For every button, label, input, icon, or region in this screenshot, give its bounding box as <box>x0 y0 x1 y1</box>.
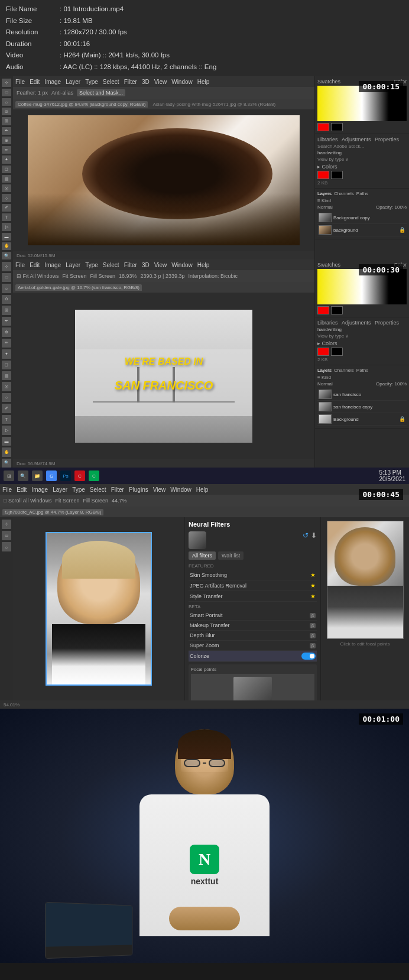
tool-blur[interactable]: ◎ <box>2 184 11 192</box>
tool2-zoom[interactable]: 🔍 <box>2 459 11 468</box>
menu3-filter[interactable]: Filter <box>111 486 124 493</box>
menu3-image[interactable]: Image <box>31 486 48 493</box>
menu-layer[interactable]: Layer <box>66 79 80 85</box>
menu2-image[interactable]: Image <box>44 262 61 268</box>
tool2-move[interactable]: ⊹ <box>2 262 11 271</box>
tab-golden-gate[interactable]: Aerial-of-golden-gate.jpg @ 16.7% (san f… <box>15 284 142 291</box>
channels-tab-2[interactable]: Channels <box>334 368 354 373</box>
tool2-erase[interactable]: ◻ <box>2 361 11 369</box>
filter-jpeg-artifacts[interactable]: JPEG Artifacts Removal ★ <box>189 580 317 591</box>
taskbar2-windows[interactable]: ⊞ <box>4 470 14 481</box>
menu-help[interactable]: Help <box>197 79 210 85</box>
ps-canvas-3[interactable] <box>13 517 184 700</box>
menu3-help[interactable]: Help <box>196 486 209 493</box>
tool3-select[interactable]: ▭ <box>2 531 11 540</box>
tool2-eye[interactable]: ✒ <box>2 317 11 326</box>
tool-magic-wand[interactable]: ⊙ <box>2 108 11 115</box>
menu3-layer[interactable]: Layer <box>53 486 67 493</box>
filter-smart-portrait[interactable]: Smart Portrait β <box>189 611 317 621</box>
tab-asian-lady[interactable]: Asian-lady-posing-with-mug-526471.jpg @ … <box>150 101 278 108</box>
menu-file[interactable]: File <box>15 79 25 85</box>
swatch-black-2[interactable] <box>331 306 343 314</box>
colorize-toggle[interactable] <box>301 653 316 660</box>
menu3-type[interactable]: Type <box>72 486 85 493</box>
tool2-magic[interactable]: ⊙ <box>2 295 11 304</box>
layers-tab-2[interactable]: Layers <box>317 368 332 373</box>
filter-super-zoom[interactable]: Super Zoom β <box>189 641 317 651</box>
filter-colorize[interactable]: Colorize <box>189 651 317 662</box>
filter-depth-blur[interactable]: Depth Blur β <box>189 631 317 641</box>
nf-tab-all[interactable]: All filters <box>189 551 216 560</box>
paths-tab-2[interactable]: Paths <box>356 368 368 373</box>
tool-select[interactable]: ▭ <box>2 89 11 96</box>
tool-brush[interactable]: ✏ <box>2 146 11 154</box>
swatch-black[interactable] <box>331 123 343 131</box>
ps-canvas-1[interactable] <box>13 109 314 251</box>
tool2-pen[interactable]: ✐ <box>2 404 11 413</box>
tool2-heal[interactable]: ⊕ <box>2 327 11 336</box>
ps-canvas-2[interactable]: WE'RE BASED IN SAN FRANCISCO <box>13 293 314 459</box>
paths-tab[interactable]: Paths <box>356 191 368 196</box>
filter-style-transfer[interactable]: Style Transfer ★ <box>189 591 317 602</box>
menu3-window[interactable]: Window <box>170 486 191 493</box>
swatches-label[interactable]: Swatches <box>317 79 340 85</box>
tool-eraser[interactable]: ◻ <box>2 166 11 173</box>
menu3-edit[interactable]: Edit <box>17 486 27 493</box>
tool-dodge[interactable]: ○ <box>2 194 11 202</box>
tool-path[interactable]: ▷ <box>2 223 11 231</box>
layer-bg-copy[interactable]: Background copy <box>317 212 407 224</box>
menu-3d[interactable]: 3D <box>142 79 150 85</box>
tool2-clone[interactable]: ✦ <box>2 349 11 358</box>
swatch-red[interactable] <box>317 123 329 131</box>
menu-window[interactable]: Window <box>171 79 193 85</box>
menu-type[interactable]: Type <box>85 79 98 85</box>
layer-sf-copy[interactable]: san francisco copy <box>317 401 407 413</box>
taskbar2-photoshop[interactable]: Ps <box>60 470 71 481</box>
menu2-3d[interactable]: 3D <box>142 262 150 268</box>
menu-view[interactable]: View <box>154 79 167 85</box>
library-swatch-red[interactable] <box>317 171 329 179</box>
menu-edit[interactable]: Edit <box>30 79 40 85</box>
swatches-label-2[interactable]: Swatches <box>317 262 340 268</box>
menu2-type[interactable]: Type <box>85 262 98 268</box>
menu2-filter[interactable]: Filter <box>124 262 137 268</box>
menu2-layer[interactable]: Layer <box>66 262 80 268</box>
tool2-blur2[interactable]: ◎ <box>2 382 11 391</box>
tab-marilyn[interactable]: f3jh700dfc_AC.jpg @ 44.7% (Layer 8, RGB/… <box>2 509 103 515</box>
filter-skin-smoothing[interactable]: Skin Smoothing ★ <box>189 570 317 580</box>
tool-move[interactable]: ⊹ <box>2 79 11 86</box>
menu2-view[interactable]: View <box>154 262 167 268</box>
tool-clone[interactable]: ✦ <box>2 155 11 163</box>
layer-sf[interactable]: san francisco <box>317 388 407 401</box>
fit-screen[interactable]: Fit Screen <box>63 273 87 279</box>
menu3-view[interactable]: View <box>153 486 166 493</box>
tool2-brush[interactable]: ✏ <box>2 339 11 348</box>
library-swatch-black[interactable] <box>331 171 343 179</box>
tool-lasso[interactable]: ⌕ <box>2 98 11 106</box>
menu3-select[interactable]: Select <box>90 486 106 493</box>
swatch-red-2[interactable] <box>317 306 329 314</box>
tool-hand[interactable]: ✋ <box>2 242 11 250</box>
layer-background[interactable]: background 🔒 <box>317 224 407 236</box>
tool2-select[interactable]: ▭ <box>2 273 11 282</box>
select-mask-label[interactable]: Select and Mask... <box>77 89 125 96</box>
menu2-help[interactable]: Help <box>197 262 210 268</box>
menu2-window[interactable]: Window <box>171 262 193 268</box>
filter-makeup-transfer[interactable]: Makeup Transfer β <box>189 621 317 631</box>
tool2-text[interactable]: T <box>2 415 11 424</box>
menu-image[interactable]: Image <box>44 79 61 85</box>
layers-tab[interactable]: Layers <box>317 191 332 196</box>
fill-all[interactable]: Fill Screen <box>83 498 108 504</box>
tool-pen[interactable]: ✐ <box>2 204 11 212</box>
tool-text[interactable]: T <box>2 213 11 221</box>
tool-zoom[interactable]: 🔍 <box>2 252 11 259</box>
tool2-dodge[interactable]: ○ <box>2 393 11 402</box>
taskbar2-app1[interactable]: C <box>74 470 85 481</box>
tool-gradient[interactable]: ▤ <box>2 175 11 183</box>
taskbar2-app2[interactable]: C <box>89 470 99 481</box>
tool2-grad[interactable]: ▤ <box>2 371 11 380</box>
tool-eyedropper[interactable]: ✒ <box>2 127 11 135</box>
taskbar2-files[interactable]: 📁 <box>32 470 43 481</box>
layer-bg-2[interactable]: Background 🔒 <box>317 413 407 426</box>
tool-crop[interactable]: ⊞ <box>2 117 11 125</box>
